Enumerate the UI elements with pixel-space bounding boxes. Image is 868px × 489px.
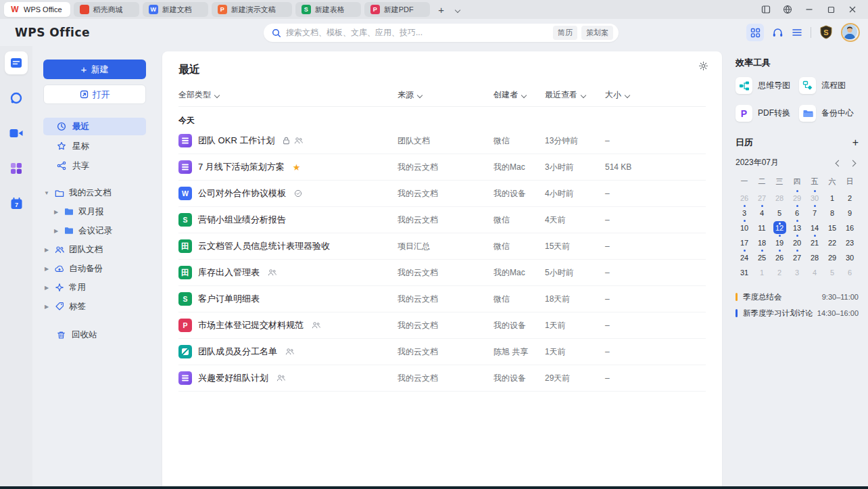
calendar-day[interactable]: 1 [753,265,771,279]
filter-size[interactable]: 大小 [605,89,706,101]
calendar-day[interactable]: 31 [736,265,753,279]
calendar-day[interactable]: 18 [753,235,771,250]
sidebar-item-shared[interactable]: 共享 [43,157,146,174]
file-row[interactable]: 团队成员及分工名单我的云文档陈旭 共享1天前– [178,339,706,365]
tab-presentation[interactable]: P新建演示文稿 [212,2,292,17]
calendar-day[interactable]: 4 [806,265,823,279]
calendar-day[interactable]: 3 [788,265,806,279]
calendar-day[interactable]: 19 [771,235,788,250]
filter-creator[interactable]: 创建者 [493,89,545,101]
file-row[interactable]: S客户订单明细表我的云文档微信18天前– [178,286,706,312]
calendar-day[interactable]: 8 [823,206,841,220]
globe-icon[interactable] [781,3,794,16]
tree-collapse-icon[interactable]: ▼ [43,190,50,196]
file-row[interactable]: 团队 OKR 工作计划团队文档微信13分钟前– [178,128,706,154]
calendar-day[interactable]: 11 [753,220,771,235]
menu-button[interactable] [792,28,802,37]
tree-expand-icon[interactable]: ▶ [43,247,50,253]
calendar-day[interactable]: 17 [736,235,753,250]
calendar-day[interactable]: 6 [788,206,806,220]
tool-flowchart[interactable]: 流程图 [799,77,859,94]
tree-expand-icon[interactable]: ▶ [53,209,59,215]
maximize-button[interactable] [825,3,837,16]
filter-source[interactable]: 来源 [397,89,493,101]
calendar-day[interactable]: 15 [823,220,841,235]
rail-calendar[interactable]: 7 [5,192,28,215]
calendar-day[interactable]: 28 [771,191,788,205]
calendar-day[interactable]: 27 [788,250,806,264]
calendar-day[interactable]: 26 [771,250,788,264]
open-button[interactable]: 打开 [43,85,146,104]
apps-grid-button[interactable] [746,24,764,41]
calendar-day-selected[interactable]: 12 [771,220,788,235]
sidebar-item-team-docs[interactable]: ▶团队文档 [43,241,146,258]
file-row[interactable]: 7 月线下活动策划方案★我的云文档我的Mac3小时前514 KB [178,154,706,181]
calendar-event[interactable]: 新季度学习计划讨论14:30–16:00 [736,305,859,321]
calendar-day[interactable]: 13 [788,220,806,235]
sidebar-item-auto-backup[interactable]: ▶自动备份 [43,260,146,277]
rail-docs[interactable] [5,51,28,74]
search-bar[interactable]: 搜索文档、模板、文库、应用、技巧... 简历 策划案 [264,24,619,42]
calendar-day[interactable]: 24 [736,250,753,264]
tab-pdf[interactable]: P新建PDF [364,2,430,17]
file-row[interactable]: W公司对外合作协议模板我的云文档我的设备4小时前– [178,181,706,207]
tree-expand-icon[interactable]: ▶ [43,285,50,291]
sidebar-item-meeting-notes[interactable]: ▶会议记录 [43,222,146,239]
tool-pdf-convert[interactable]: PPDF转换 [736,105,795,122]
user-avatar[interactable] [841,23,860,42]
support-button[interactable] [772,27,783,39]
rail-apps[interactable] [5,157,28,180]
sidebar-item-frequent[interactable]: ▶常用 [43,279,146,296]
calendar-day[interactable]: 14 [806,220,823,235]
tab-writer[interactable]: W新建文档 [143,2,208,17]
layout-toggle-icon[interactable] [760,3,772,16]
close-button[interactable] [846,3,859,16]
calendar-day[interactable]: 30 [841,250,859,264]
calendar-day[interactable]: 1 [823,191,841,205]
calendar-prev-button[interactable] [833,158,842,168]
new-tab-button[interactable]: + [435,3,448,16]
tab-docer[interactable]: 稻壳商城 [74,2,139,17]
file-row[interactable]: 田云文档管人员信息统计表理器验收项目汇总微信15天前– [178,233,706,260]
tool-mindmap[interactable]: 思维导图 [736,77,795,94]
calendar-day[interactable]: 6 [841,265,859,279]
tab-list-dropdown[interactable] [451,3,464,16]
calendar-day[interactable]: 5 [771,206,788,220]
file-row[interactable]: S营销小组业绩分析报告我的云文档微信4天前– [178,207,706,233]
calendar-day[interactable]: 23 [841,235,859,250]
sidebar-item-tags[interactable]: ▶标签 [43,298,146,315]
calendar-day[interactable]: 5 [823,265,841,279]
tree-expand-icon[interactable]: ▶ [43,304,50,310]
tool-backup-center[interactable]: 备份中心 [799,105,859,122]
sidebar-item-my-cloud-docs[interactable]: ▼我的云文档 [43,184,146,202]
calendar-day[interactable]: 27 [753,191,771,205]
settings-button[interactable] [698,61,708,71]
calendar-day[interactable]: 25 [753,250,771,264]
calendar-day[interactable]: 21 [806,235,823,250]
new-button[interactable]: +新建 [43,60,146,79]
calendar-day[interactable]: 22 [823,235,841,250]
calendar-event[interactable]: 季度总结会9:30–11:00 [736,289,859,305]
filter-type[interactable]: 全部类型 [178,89,397,101]
rail-chat[interactable] [5,87,28,110]
calendar-day[interactable]: 10 [736,220,753,235]
calendar-day[interactable]: 16 [841,220,859,235]
calendar-day[interactable]: 3 [736,206,753,220]
file-row[interactable]: P市场主体登记提交材料规范我的云文档我的设备1天前– [178,312,706,339]
add-event-button[interactable]: + [852,137,859,149]
calendar-next-button[interactable] [849,158,859,168]
calendar-day[interactable]: 7 [806,206,823,220]
calendar-day[interactable]: 9 [841,206,859,220]
sidebar-item-trash[interactable]: 回收站 [43,326,146,344]
sidebar-item-bimonthly-report[interactable]: ▶双月报 [43,203,146,220]
calendar-day[interactable]: 29 [823,250,841,264]
sidebar-item-recent[interactable]: 最近 [43,118,146,135]
calendar-day[interactable]: 2 [841,191,859,205]
tree-expand-icon[interactable]: ▶ [53,228,59,234]
search-tag-resume[interactable]: 简历 [553,26,577,40]
calendar-day[interactable]: 29 [788,191,806,205]
calendar-day[interactable]: 28 [806,250,823,264]
file-row[interactable]: 田库存出入管理表我的云文档我的Mac5小时前– [178,260,706,286]
calendar-day[interactable]: 4 [753,206,771,220]
file-row[interactable]: 兴趣爱好组队计划我的云文档我的设备29天前– [178,365,706,392]
